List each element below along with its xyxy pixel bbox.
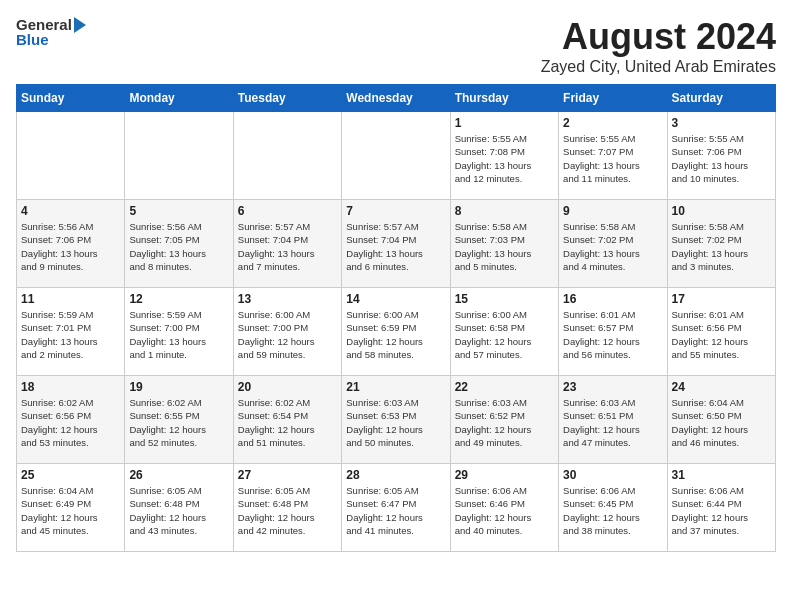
day-info: Sunrise: 5:56 AM Sunset: 7:05 PM Dayligh…	[129, 220, 228, 273]
day-number: 11	[21, 292, 120, 306]
day-info: Sunrise: 6:01 AM Sunset: 6:57 PM Dayligh…	[563, 308, 662, 361]
day-info: Sunrise: 6:02 AM Sunset: 6:56 PM Dayligh…	[21, 396, 120, 449]
day-number: 20	[238, 380, 337, 394]
day-number: 19	[129, 380, 228, 394]
calendar-cell: 31Sunrise: 6:06 AM Sunset: 6:44 PM Dayli…	[667, 464, 775, 552]
day-number: 18	[21, 380, 120, 394]
day-number: 8	[455, 204, 554, 218]
weekday-header-friday: Friday	[559, 85, 667, 112]
day-info: Sunrise: 6:03 AM Sunset: 6:51 PM Dayligh…	[563, 396, 662, 449]
logo: General Blue	[16, 16, 86, 48]
day-number: 2	[563, 116, 662, 130]
day-info: Sunrise: 6:06 AM Sunset: 6:46 PM Dayligh…	[455, 484, 554, 537]
weekday-header-thursday: Thursday	[450, 85, 558, 112]
day-info: Sunrise: 5:55 AM Sunset: 7:08 PM Dayligh…	[455, 132, 554, 185]
calendar-cell: 16Sunrise: 6:01 AM Sunset: 6:57 PM Dayli…	[559, 288, 667, 376]
day-number: 1	[455, 116, 554, 130]
day-info: Sunrise: 5:55 AM Sunset: 7:07 PM Dayligh…	[563, 132, 662, 185]
day-number: 14	[346, 292, 445, 306]
day-info: Sunrise: 6:02 AM Sunset: 6:54 PM Dayligh…	[238, 396, 337, 449]
day-number: 10	[672, 204, 771, 218]
weekday-header-row: SundayMondayTuesdayWednesdayThursdayFrid…	[17, 85, 776, 112]
day-number: 21	[346, 380, 445, 394]
page-title: August 2024	[541, 16, 776, 58]
day-number: 26	[129, 468, 228, 482]
calendar-cell	[125, 112, 233, 200]
calendar-week-2: 4Sunrise: 5:56 AM Sunset: 7:06 PM Daylig…	[17, 200, 776, 288]
calendar-cell: 12Sunrise: 5:59 AM Sunset: 7:00 PM Dayli…	[125, 288, 233, 376]
calendar-cell: 13Sunrise: 6:00 AM Sunset: 7:00 PM Dayli…	[233, 288, 341, 376]
day-number: 28	[346, 468, 445, 482]
calendar-cell: 8Sunrise: 5:58 AM Sunset: 7:03 PM Daylig…	[450, 200, 558, 288]
day-info: Sunrise: 6:06 AM Sunset: 6:44 PM Dayligh…	[672, 484, 771, 537]
calendar-cell: 18Sunrise: 6:02 AM Sunset: 6:56 PM Dayli…	[17, 376, 125, 464]
calendar-body: 1Sunrise: 5:55 AM Sunset: 7:08 PM Daylig…	[17, 112, 776, 552]
calendar-week-1: 1Sunrise: 5:55 AM Sunset: 7:08 PM Daylig…	[17, 112, 776, 200]
weekday-header-tuesday: Tuesday	[233, 85, 341, 112]
day-info: Sunrise: 6:05 AM Sunset: 6:48 PM Dayligh…	[238, 484, 337, 537]
day-number: 15	[455, 292, 554, 306]
calendar-cell: 29Sunrise: 6:06 AM Sunset: 6:46 PM Dayli…	[450, 464, 558, 552]
day-info: Sunrise: 6:00 AM Sunset: 6:58 PM Dayligh…	[455, 308, 554, 361]
calendar-cell: 24Sunrise: 6:04 AM Sunset: 6:50 PM Dayli…	[667, 376, 775, 464]
calendar-cell: 19Sunrise: 6:02 AM Sunset: 6:55 PM Dayli…	[125, 376, 233, 464]
day-info: Sunrise: 5:59 AM Sunset: 7:00 PM Dayligh…	[129, 308, 228, 361]
calendar-cell: 27Sunrise: 6:05 AM Sunset: 6:48 PM Dayli…	[233, 464, 341, 552]
calendar-cell: 4Sunrise: 5:56 AM Sunset: 7:06 PM Daylig…	[17, 200, 125, 288]
calendar-cell: 30Sunrise: 6:06 AM Sunset: 6:45 PM Dayli…	[559, 464, 667, 552]
calendar-cell: 10Sunrise: 5:58 AM Sunset: 7:02 PM Dayli…	[667, 200, 775, 288]
day-info: Sunrise: 6:05 AM Sunset: 6:48 PM Dayligh…	[129, 484, 228, 537]
day-info: Sunrise: 6:06 AM Sunset: 6:45 PM Dayligh…	[563, 484, 662, 537]
day-info: Sunrise: 6:03 AM Sunset: 6:52 PM Dayligh…	[455, 396, 554, 449]
weekday-header-saturday: Saturday	[667, 85, 775, 112]
day-number: 6	[238, 204, 337, 218]
day-number: 30	[563, 468, 662, 482]
calendar-cell: 22Sunrise: 6:03 AM Sunset: 6:52 PM Dayli…	[450, 376, 558, 464]
calendar-cell	[342, 112, 450, 200]
weekday-header-wednesday: Wednesday	[342, 85, 450, 112]
calendar-week-3: 11Sunrise: 5:59 AM Sunset: 7:01 PM Dayli…	[17, 288, 776, 376]
calendar-cell: 3Sunrise: 5:55 AM Sunset: 7:06 PM Daylig…	[667, 112, 775, 200]
day-info: Sunrise: 5:55 AM Sunset: 7:06 PM Dayligh…	[672, 132, 771, 185]
weekday-header-sunday: Sunday	[17, 85, 125, 112]
day-number: 23	[563, 380, 662, 394]
day-info: Sunrise: 5:58 AM Sunset: 7:03 PM Dayligh…	[455, 220, 554, 273]
day-number: 4	[21, 204, 120, 218]
calendar-cell	[17, 112, 125, 200]
calendar-header: SundayMondayTuesdayWednesdayThursdayFrid…	[17, 85, 776, 112]
day-info: Sunrise: 6:02 AM Sunset: 6:55 PM Dayligh…	[129, 396, 228, 449]
day-number: 3	[672, 116, 771, 130]
day-number: 31	[672, 468, 771, 482]
day-number: 22	[455, 380, 554, 394]
calendar-cell	[233, 112, 341, 200]
calendar-cell: 20Sunrise: 6:02 AM Sunset: 6:54 PM Dayli…	[233, 376, 341, 464]
day-info: Sunrise: 6:05 AM Sunset: 6:47 PM Dayligh…	[346, 484, 445, 537]
day-info: Sunrise: 6:00 AM Sunset: 6:59 PM Dayligh…	[346, 308, 445, 361]
day-number: 27	[238, 468, 337, 482]
calendar-cell: 6Sunrise: 5:57 AM Sunset: 7:04 PM Daylig…	[233, 200, 341, 288]
weekday-header-monday: Monday	[125, 85, 233, 112]
calendar-cell: 26Sunrise: 6:05 AM Sunset: 6:48 PM Dayli…	[125, 464, 233, 552]
calendar-cell: 2Sunrise: 5:55 AM Sunset: 7:07 PM Daylig…	[559, 112, 667, 200]
calendar-week-5: 25Sunrise: 6:04 AM Sunset: 6:49 PM Dayli…	[17, 464, 776, 552]
day-info: Sunrise: 5:57 AM Sunset: 7:04 PM Dayligh…	[238, 220, 337, 273]
day-info: Sunrise: 5:58 AM Sunset: 7:02 PM Dayligh…	[563, 220, 662, 273]
day-number: 24	[672, 380, 771, 394]
day-info: Sunrise: 6:04 AM Sunset: 6:50 PM Dayligh…	[672, 396, 771, 449]
calendar-cell: 28Sunrise: 6:05 AM Sunset: 6:47 PM Dayli…	[342, 464, 450, 552]
day-number: 29	[455, 468, 554, 482]
calendar-cell: 23Sunrise: 6:03 AM Sunset: 6:51 PM Dayli…	[559, 376, 667, 464]
header: General Blue August 2024 Zayed City, Uni…	[16, 16, 776, 76]
calendar-cell: 21Sunrise: 6:03 AM Sunset: 6:53 PM Dayli…	[342, 376, 450, 464]
calendar-week-4: 18Sunrise: 6:02 AM Sunset: 6:56 PM Dayli…	[17, 376, 776, 464]
day-info: Sunrise: 5:59 AM Sunset: 7:01 PM Dayligh…	[21, 308, 120, 361]
day-number: 12	[129, 292, 228, 306]
day-number: 17	[672, 292, 771, 306]
day-info: Sunrise: 6:01 AM Sunset: 6:56 PM Dayligh…	[672, 308, 771, 361]
calendar-cell: 14Sunrise: 6:00 AM Sunset: 6:59 PM Dayli…	[342, 288, 450, 376]
calendar-cell: 17Sunrise: 6:01 AM Sunset: 6:56 PM Dayli…	[667, 288, 775, 376]
day-number: 25	[21, 468, 120, 482]
logo-blue: Blue	[16, 31, 86, 48]
day-number: 9	[563, 204, 662, 218]
title-area: August 2024 Zayed City, United Arab Emir…	[541, 16, 776, 76]
